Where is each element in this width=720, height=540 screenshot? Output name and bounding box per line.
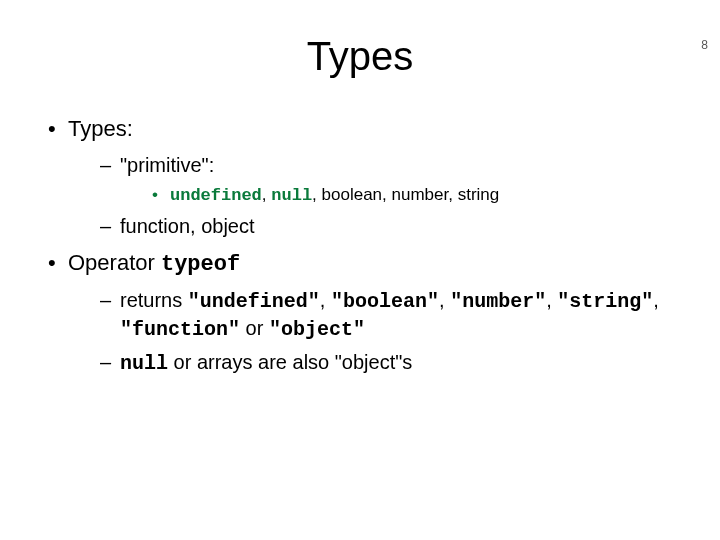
returns-or: or (246, 317, 269, 339)
code-typeof: typeof (161, 252, 240, 277)
ret-undefined: "undefined" (188, 290, 320, 313)
page-number: 8 (701, 38, 708, 52)
slide-title: Types (0, 34, 720, 79)
bullet-returns: returns "undefined", "boolean", "number"… (100, 287, 690, 343)
code-null-2: null (120, 352, 168, 375)
bullet-operator: Operator typeof returns "undefined", "bo… (48, 249, 690, 378)
slide-body: Types: "primitive": undefined, null, boo… (0, 115, 720, 377)
null-arrays-text: or arrays are also "object"s (174, 351, 413, 373)
sep-2: , (312, 185, 321, 204)
ret-object: "object" (269, 318, 365, 341)
bullet-types: Types: "primitive": undefined, null, boo… (48, 115, 690, 239)
bullet-function-object-label: function, object (120, 215, 255, 237)
sep-r3: , (546, 289, 557, 311)
sep-4: , (448, 185, 457, 204)
code-null: null (271, 186, 312, 205)
returns-prefix: returns (120, 289, 188, 311)
text-boolean: boolean (322, 185, 383, 204)
bullet-types-label: Types: (68, 116, 133, 141)
bullet-function-object: function, object (100, 213, 690, 239)
sep-3: , (382, 185, 391, 204)
bullet-operator-prefix: Operator (68, 250, 161, 275)
bullet-primitive: "primitive": undefined, null, boolean, n… (100, 152, 690, 207)
sep-1: , (262, 185, 271, 204)
text-number: number (392, 185, 449, 204)
bullet-primitive-list: undefined, null, boolean, number, string (152, 184, 690, 207)
ret-boolean: "boolean" (331, 290, 439, 313)
sep-r1: , (320, 289, 331, 311)
sep-r4: , (653, 289, 659, 311)
ret-string: "string" (557, 290, 653, 313)
ret-number: "number" (450, 290, 546, 313)
bullet-null-arrays: null or arrays are also "object"s (100, 349, 690, 377)
slide: 8 Types Types: "primitive": undefined, n… (0, 34, 720, 540)
ret-function: "function" (120, 318, 240, 341)
sep-r2: , (439, 289, 450, 311)
bullet-primitive-label: "primitive": (120, 154, 214, 176)
text-string: string (458, 185, 500, 204)
code-undefined: undefined (170, 186, 262, 205)
